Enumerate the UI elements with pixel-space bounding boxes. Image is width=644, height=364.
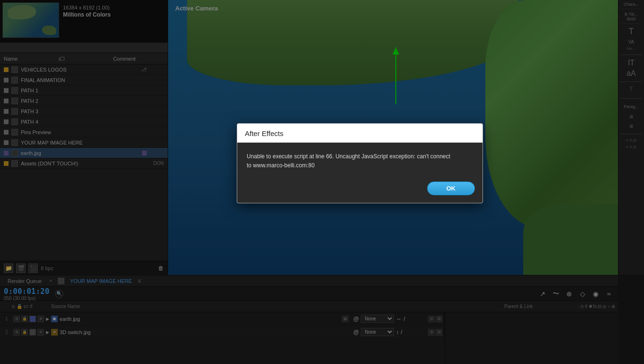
dialog-title: After Effects [245, 129, 283, 137]
dialog-overlay: After Effects Unable to execute script a… [0, 0, 644, 364]
dialog-box: After Effects Unable to execute script a… [237, 123, 483, 203]
dialog-body: Unable to execute script at line 66. Unc… [237, 143, 483, 178]
dialog-title-bar: After Effects [237, 124, 483, 143]
dialog-message: Unable to execute script at line 66. Unc… [247, 152, 473, 170]
ok-button[interactable]: OK [427, 182, 475, 195]
dialog-footer: OK [237, 178, 483, 203]
